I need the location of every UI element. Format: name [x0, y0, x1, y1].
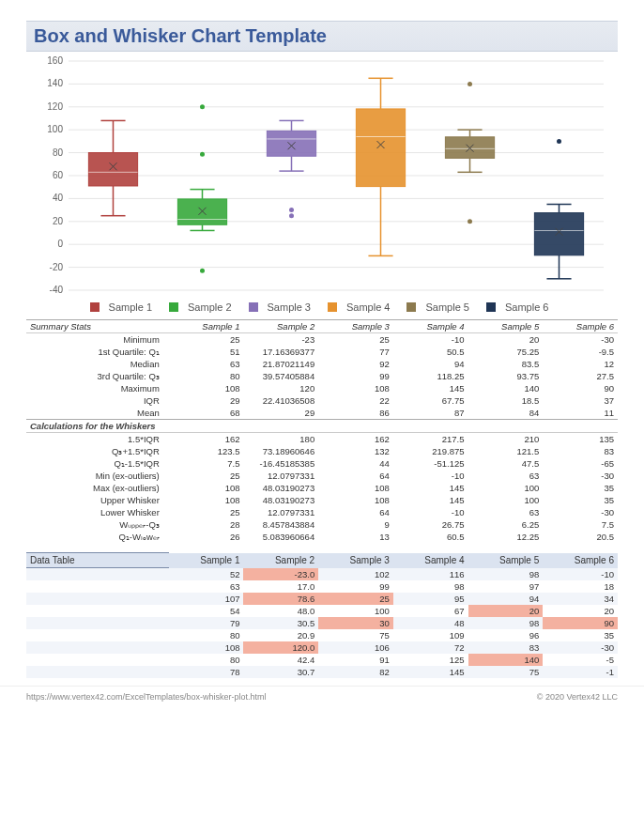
data-cell[interactable]: 54: [169, 605, 244, 617]
data-cell[interactable]: 80: [169, 654, 244, 666]
data-cell[interactable]: -5: [543, 654, 618, 666]
row-label: Q₁-1.5*IQR: [26, 457, 169, 470]
stat-cell: 50.5: [393, 346, 468, 358]
stat-cell: 145: [393, 494, 468, 506]
stat-cell: 217.5: [393, 433, 468, 446]
data-cell[interactable]: 78.6: [243, 593, 318, 605]
chart-legend: Sample 1Sample 2Sample 3Sample 4Sample 5…: [26, 300, 618, 319]
legend-swatch: [486, 302, 496, 312]
stat-cell: 63: [468, 470, 544, 482]
data-cell[interactable]: 107: [169, 593, 244, 605]
data-cell[interactable]: 98: [393, 580, 468, 593]
data-cell[interactable]: 34: [543, 593, 618, 605]
stat-cell: 83: [543, 445, 618, 457]
data-cell[interactable]: 67: [393, 605, 468, 617]
data-cell[interactable]: 106: [318, 641, 393, 654]
data-cell[interactable]: -23.0: [243, 568, 318, 580]
svg-text:40: 40: [53, 193, 64, 203]
data-cell[interactable]: 48.0: [243, 605, 318, 617]
stat-cell: 123.5: [169, 445, 244, 457]
data-cell[interactable]: 20.9: [243, 629, 318, 641]
stat-cell: 22.41036508: [243, 394, 318, 407]
legend-item: Sample 1: [90, 301, 158, 313]
svg-text:80: 80: [53, 147, 64, 158]
legend-swatch: [406, 302, 416, 312]
data-cell[interactable]: 100: [318, 605, 393, 617]
stat-cell: 37: [543, 394, 618, 407]
data-cell[interactable]: 63: [169, 580, 244, 593]
stat-cell: 12.0797331: [243, 506, 318, 518]
footer-link[interactable]: https://www.vertex42.com/ExcelTemplates/…: [26, 692, 267, 702]
data-cell[interactable]: 90: [543, 617, 618, 629]
data-cell[interactable]: 83: [468, 641, 544, 654]
data-cell[interactable]: 108: [169, 641, 244, 654]
data-cell[interactable]: 82: [318, 666, 393, 678]
data-cell[interactable]: 91: [318, 654, 393, 666]
legend-label: Sample 4: [346, 301, 390, 313]
data-cell[interactable]: 30.7: [243, 666, 318, 678]
svg-rect-55: [356, 109, 405, 187]
stat-cell: 22: [318, 394, 393, 407]
legend-label: Sample 3: [268, 301, 311, 313]
stat-cell: 8.457843884: [243, 518, 318, 531]
data-cell[interactable]: 95: [393, 593, 468, 605]
legend-swatch: [249, 302, 258, 312]
data-cell[interactable]: 17.0: [243, 580, 318, 593]
data-cell[interactable]: 25: [318, 593, 393, 605]
data-cell[interactable]: -10: [543, 568, 618, 580]
row-label: Max (ex-outliers): [26, 482, 169, 494]
legend-label: Sample 1: [109, 301, 152, 313]
data-cell[interactable]: -30: [543, 641, 618, 654]
data-cell[interactable]: 102: [318, 568, 393, 580]
data-cell[interactable]: 98: [468, 617, 544, 629]
data-cell[interactable]: 80: [169, 629, 244, 641]
data-cell[interactable]: 18: [543, 580, 618, 593]
column-header: Sample 4: [393, 553, 468, 568]
stat-cell: 26: [169, 531, 244, 543]
stat-cell: 17.16369377: [243, 346, 318, 358]
data-cell[interactable]: 20: [543, 605, 618, 617]
data-cell[interactable]: 30: [318, 617, 393, 629]
data-cell[interactable]: 116: [393, 568, 468, 580]
data-cell[interactable]: 75: [318, 629, 393, 641]
stat-cell: 11: [543, 407, 618, 420]
data-cell[interactable]: 20: [468, 605, 544, 617]
stat-cell: 60.5: [393, 531, 468, 543]
stat-cell: 12.0797331: [243, 470, 318, 482]
data-cell[interactable]: 98: [468, 568, 544, 580]
stat-cell: 9: [318, 518, 393, 531]
stat-cell: 25: [318, 333, 393, 347]
data-cell[interactable]: 79: [169, 617, 244, 629]
stat-cell: -23: [243, 333, 318, 347]
data-cell[interactable]: 72: [393, 641, 468, 654]
data-cell[interactable]: 30.5: [243, 617, 318, 629]
svg-text:-40: -40: [50, 285, 64, 295]
svg-point-40: [200, 104, 205, 109]
stat-cell: 87: [393, 407, 468, 420]
data-cell[interactable]: 52: [169, 568, 244, 580]
row-label: 3rd Quartile: Q₃: [26, 370, 169, 382]
stat-cell: 25: [169, 333, 244, 347]
data-cell[interactable]: 140: [468, 654, 544, 666]
data-cell[interactable]: 75: [468, 666, 544, 678]
data-cell[interactable]: 48: [393, 617, 468, 629]
svg-text:60: 60: [53, 170, 64, 180]
data-cell[interactable]: 145: [393, 666, 468, 678]
stat-cell: 84: [468, 407, 544, 420]
data-cell[interactable]: 35: [543, 629, 618, 641]
data-cell[interactable]: 120.0: [243, 641, 318, 654]
data-cell[interactable]: -1: [543, 666, 618, 678]
page-title-bar: Box and Whisker Chart Template: [26, 21, 618, 52]
data-cell[interactable]: 125: [393, 654, 468, 666]
data-cell[interactable]: 78: [169, 666, 244, 678]
data-cell[interactable]: 96: [468, 629, 544, 641]
data-cell[interactable]: 94: [468, 593, 544, 605]
stat-cell: -10: [393, 506, 468, 518]
data-cell[interactable]: 109: [393, 629, 468, 641]
column-header: Sample 6: [543, 320, 618, 333]
stat-cell: 86: [318, 407, 393, 420]
data-cell[interactable]: 99: [318, 580, 393, 593]
data-cell[interactable]: 97: [468, 580, 544, 593]
stat-cell: 12: [543, 358, 618, 370]
data-cell[interactable]: 42.4: [243, 654, 318, 666]
